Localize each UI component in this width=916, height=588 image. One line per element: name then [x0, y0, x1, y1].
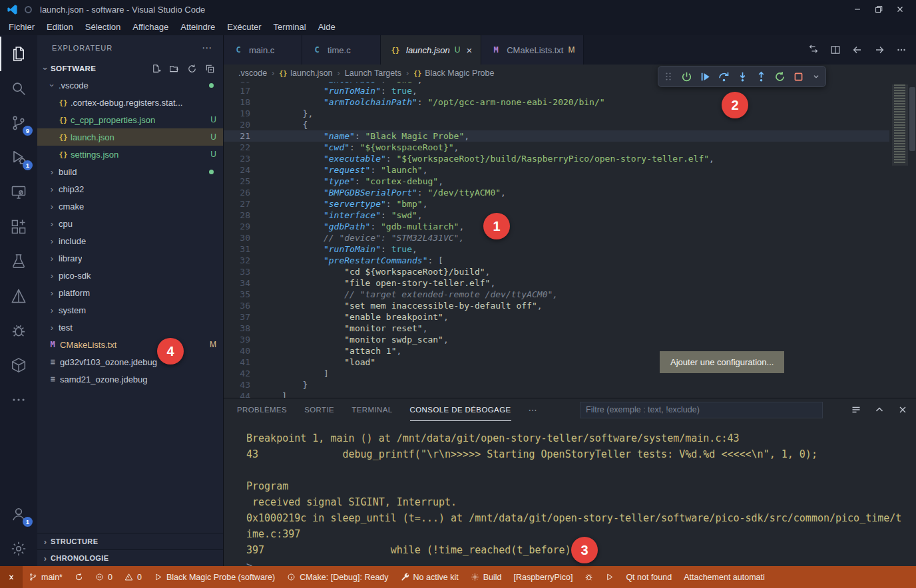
- code-line[interactable]: 25 "type": "cortex-debug",: [224, 176, 889, 187]
- tree-item-pico-sdk[interactable]: ›pico-sdk: [37, 267, 223, 284]
- code-line[interactable]: 41 "load": [224, 357, 889, 368]
- close-tab-icon[interactable]: ×: [466, 45, 472, 56]
- new-folder-icon[interactable]: [169, 64, 179, 74]
- tree-item-samd21-ozone-jdebug[interactable]: ≡samd21_ozone.jdebug: [37, 370, 223, 388]
- debug-more-chevron-icon[interactable]: [811, 72, 821, 81]
- tree-item-cortex-debug-registers-stat[interactable]: {}.cortex-debug.registers.stat...: [37, 94, 223, 111]
- code-line[interactable]: 39 "monitor swdp_scan",: [224, 334, 889, 345]
- close-icon[interactable]: [889, 0, 911, 19]
- code-editor[interactable]: 16 "interface": "swd",17 "runToMain": tr…: [224, 82, 916, 398]
- code-line[interactable]: 40 "attach 1",: [224, 345, 889, 357]
- debug-launch-config[interactable]: Black Magic Probe (software): [148, 566, 281, 588]
- add-configuration-button[interactable]: Ajouter une configuration...: [660, 351, 784, 373]
- editor-scrollbar[interactable]: [909, 87, 915, 151]
- console-filter-input[interactable]: [580, 402, 823, 418]
- output-lines-icon[interactable]: [851, 404, 861, 415]
- activity-package-icon[interactable]: [0, 348, 37, 382]
- code-line[interactable]: 35 // "target extended-remote /dev/ttyAC…: [224, 289, 889, 300]
- cmake-debug[interactable]: [578, 566, 599, 588]
- panel-tab-console-de-d-bogage[interactable]: CONSOLE DE DÉBOGAGE: [410, 398, 511, 421]
- tree-item-launch-json[interactable]: {}launch.jsonU: [37, 128, 223, 146]
- navigate-forward-icon[interactable]: [874, 45, 885, 55]
- menu-affichage[interactable]: Affichage: [126, 20, 174, 34]
- breadcrumb-item-black-magic-probe[interactable]: {}Black Magic Probe: [413, 69, 494, 78]
- code-line[interactable]: 34 "file open-story-teller.elf",: [224, 277, 889, 289]
- breadcrumb-item-launch-json[interactable]: {}launch.json: [279, 69, 332, 78]
- activity-run-debug-icon[interactable]: 1: [0, 140, 37, 175]
- activity-accounts-icon[interactable]: 1: [0, 497, 37, 531]
- panel-tab-sortie[interactable]: SORTIE: [304, 398, 334, 421]
- code-line[interactable]: 37 "enable breakpoint",: [224, 311, 889, 323]
- tree-item-cmakelists-txt[interactable]: MCMakeLists.txtM: [37, 336, 223, 353]
- panel-more-actions-icon[interactable]: ⋯: [529, 405, 537, 415]
- activity-source-control-icon[interactable]: 9: [0, 106, 37, 140]
- tree-item-test[interactable]: ›test: [37, 319, 223, 336]
- panel-tab-probl-mes[interactable]: PROBLÈMES: [237, 398, 287, 421]
- breadcrumb-item-vscode[interactable]: .vscode: [238, 69, 267, 78]
- debug-power-icon[interactable]: [681, 71, 692, 82]
- menu-atteindre[interactable]: Atteindre: [174, 20, 221, 34]
- activity-explorer-icon[interactable]: [0, 37, 37, 71]
- tree-item-cmake[interactable]: ›cmake: [37, 198, 223, 215]
- debug-step-over-icon[interactable]: [718, 71, 730, 82]
- tree-item-platform[interactable]: ›platform: [37, 284, 223, 301]
- code-line[interactable]: 43 }: [224, 379, 889, 390]
- menu-terminal[interactable]: Terminal: [268, 20, 312, 34]
- tab-cmakelists-txt[interactable]: MCMakeLists.txtM: [481, 35, 584, 65]
- debug-continue-icon[interactable]: [700, 71, 711, 82]
- code-line[interactable]: 38 "monitor reset",: [224, 323, 889, 334]
- activity-search-icon[interactable]: [0, 71, 37, 106]
- debug-console[interactable]: Breakpoint 1, main () at /mnt/data/git/o…: [224, 421, 916, 566]
- code-line[interactable]: 32 "preRestartCommands": [: [224, 255, 889, 266]
- tree-item-library[interactable]: ›library: [37, 249, 223, 267]
- tree-item-c-cpp-properties-json[interactable]: {}c_cpp_properties.jsonU: [37, 111, 223, 128]
- open-changes-icon[interactable]: [808, 45, 819, 55]
- code-line[interactable]: 42 ]: [224, 368, 889, 379]
- drag-grip-icon[interactable]: [663, 71, 674, 82]
- auto-attach[interactable]: Attachement automati: [678, 566, 771, 588]
- menu-edition[interactable]: Edition: [41, 20, 79, 34]
- cmake-build[interactable]: Build: [465, 566, 508, 588]
- sync-changes[interactable]: [69, 566, 89, 588]
- menu-s-lection[interactable]: Sélection: [79, 20, 126, 34]
- tree-item-build[interactable]: ›build: [37, 163, 223, 180]
- cmake-kit[interactable]: No active kit: [395, 566, 465, 588]
- section-header-software[interactable]: › SOFTWARE: [37, 61, 223, 76]
- explorer-more-actions-icon[interactable]: ⋯: [202, 42, 212, 54]
- tree-item-gd32vf103-ozone-jdebug[interactable]: ≡gd32vf103_ozone.jdebug: [37, 353, 223, 370]
- code-line[interactable]: 30 // "device": "STM32L431VC",: [224, 232, 889, 243]
- close-panel-icon[interactable]: [897, 404, 908, 415]
- code-line[interactable]: 24 "request": "launch",: [224, 164, 889, 176]
- activity-settings-gear-icon[interactable]: [0, 531, 37, 566]
- tree-item-chip32[interactable]: ›chip32: [37, 180, 223, 198]
- debug-restart-icon[interactable]: [774, 71, 786, 82]
- code-line[interactable]: 28 "interface": "swd",: [224, 210, 889, 221]
- code-line[interactable]: 27 "servertype": "bmp",: [224, 198, 889, 210]
- tree-item-include[interactable]: ›include: [37, 232, 223, 249]
- refresh-explorer-icon[interactable]: [187, 64, 197, 74]
- code-line[interactable]: 33 "cd ${workspaceRoot}/build",: [224, 266, 889, 277]
- code-line[interactable]: 21 "name": "Black Magic Probe",: [224, 130, 889, 142]
- warning-count[interactable]: 0: [118, 566, 148, 588]
- code-line[interactable]: 36 "set mem inaccessible-by-default off"…: [224, 300, 889, 311]
- panel-tab-terminal[interactable]: TERMINAL: [351, 398, 392, 421]
- menu-aide[interactable]: Aide: [312, 20, 342, 34]
- maximize-panel-icon[interactable]: [874, 404, 885, 415]
- code-line[interactable]: 31 "runToMain": true,: [224, 243, 889, 255]
- activity-testing-icon[interactable]: [0, 244, 37, 279]
- restore-icon[interactable]: [868, 0, 889, 19]
- error-count[interactable]: 0: [89, 566, 118, 588]
- tree-item-system[interactable]: ›system: [37, 301, 223, 319]
- cmake-status[interactable]: CMake: [Debug]: Ready: [281, 566, 394, 588]
- editor-more-actions-icon[interactable]: [896, 45, 907, 55]
- activity-more-icon[interactable]: [0, 382, 37, 417]
- qt-status[interactable]: Qt not found: [620, 566, 678, 588]
- debug-step-into-icon[interactable]: [737, 71, 748, 82]
- split-editor-icon[interactable]: [830, 45, 841, 55]
- section-header-chronologie[interactable]: ›CHRONOLOGIE: [37, 549, 223, 566]
- code-line[interactable]: 26 "BMPGDBSerialPort": "/dev/ttyACM0",: [224, 187, 889, 198]
- debug-stop-icon[interactable]: [793, 71, 804, 82]
- code-line[interactable]: 29 "gdbPath": "gdb-multiarch",: [224, 221, 889, 232]
- tab-launch-json[interactable]: {}launch.jsonU×: [381, 35, 481, 65]
- git-branch[interactable]: main*: [23, 566, 69, 588]
